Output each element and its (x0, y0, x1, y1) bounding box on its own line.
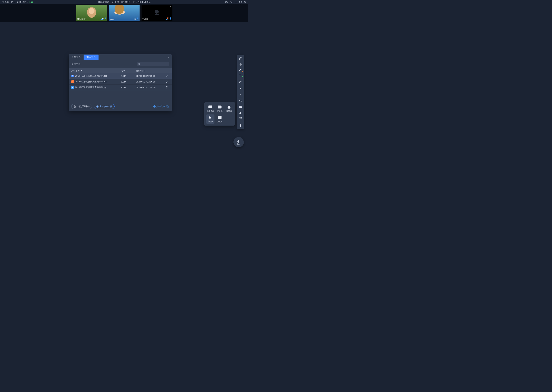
col-size[interactable]: 大小 (121, 69, 136, 72)
participant-name: Nina (110, 18, 114, 21)
svg-line-14 (140, 64, 140, 65)
record-icon[interactable] (225, 1, 228, 3)
supported-types-link[interactable]: 文件支持类型 (153, 105, 169, 108)
svg-text:T: T (239, 74, 241, 77)
file-size: 200M (121, 86, 136, 89)
svg-point-26 (240, 112, 241, 113)
chat-tool[interactable] (238, 116, 243, 121)
tab-local-files[interactable]: 本地文件 (84, 55, 99, 60)
table-row[interactable]: P2019年工作汇报情况查询等等.ppt 200M 2020/06/23 12:… (69, 79, 172, 84)
packet-loss: 丢包率：0% (2, 0, 14, 4)
text-tool[interactable]: T (238, 73, 243, 78)
svg-point-22 (239, 82, 240, 83)
person-tool[interactable] (238, 110, 243, 116)
audio-level-icon (166, 19, 168, 20)
tools-popup: 屏幕共享 AB✓ 答题器 抢答器 计时器 2+3 小黑板 (204, 102, 235, 126)
dialog-close-icon[interactable]: × (166, 56, 172, 59)
svg-point-28 (240, 118, 240, 118)
svg-rect-6 (138, 17, 138, 19)
file-mtime: 2020/06/23 12:09:09 (136, 81, 164, 83)
video-tile[interactable]: × Nina (109, 5, 140, 21)
file-dialog: 云盘文件 本地文件 × 全部文件 文件名称 大小 修改时间 W2019年工作汇报… (69, 54, 172, 111)
ppt-icon: P (71, 80, 74, 83)
tile-close-icon[interactable]: × (138, 5, 139, 8)
tab-cloud-files[interactable]: 云盘文件 (69, 55, 84, 60)
svg-text:2+3: 2+3 (218, 117, 221, 118)
fullscreen-icon[interactable] (239, 1, 242, 3)
folder-tool[interactable] (238, 98, 243, 104)
image-icon: ▲ (71, 86, 74, 89)
svg-rect-23 (239, 106, 242, 108)
table-row[interactable]: W2019年工作汇报情况查询等等.doc 200M 2020/06/23 12:… (69, 73, 172, 79)
svg-text:A: A (218, 106, 219, 107)
svg-point-13 (138, 63, 140, 65)
participant-name: 叮当老师 (77, 18, 86, 21)
file-mtime: 2020/06/23 12:09:09 (136, 86, 164, 89)
mic-icon (104, 17, 106, 21)
settings-icon[interactable] (230, 1, 233, 3)
dot-tool[interactable] (238, 91, 243, 97)
participant-name: 王小明 (142, 18, 149, 21)
bell-tool[interactable] (238, 123, 243, 128)
tool-responder[interactable]: 抢答器 (225, 104, 233, 113)
svg-rect-12 (170, 17, 171, 19)
minimize-icon[interactable] (235, 1, 237, 3)
top-status-bar: 丢包率：0% 网络状态：良好 神秘大自然 已上课：02:34:09 ID：202… (0, 0, 248, 4)
search-input[interactable] (137, 62, 169, 66)
audio-level-icon (101, 19, 103, 20)
table-row[interactable]: ▲2019年工作汇报情况查询等等.jpg 200M 2020/06/23 12:… (69, 84, 172, 90)
doc-icon: W (71, 75, 74, 77)
video-strip: 叮当老师 × Nina × 王小明 (0, 4, 248, 22)
tile-close-icon[interactable]: × (170, 5, 171, 8)
svg-rect-24 (240, 106, 241, 106)
svg-rect-0 (225, 1, 227, 3)
svg-text:✓: ✓ (220, 107, 221, 108)
move-tool[interactable] (238, 61, 243, 67)
network-status: 网络状态：良好 (17, 0, 33, 4)
col-mtime[interactable]: 修改时间 (136, 69, 164, 72)
filter-label[interactable]: 全部文件 (71, 63, 80, 66)
dialog-tabs: 云盘文件 本地文件 × (69, 54, 172, 60)
hand-count: 0/2 (237, 143, 240, 145)
file-mtime: 2020/06/23 12:09:09 (136, 75, 164, 77)
room-title: 神秘大自然 (98, 0, 109, 4)
sort-desc-icon[interactable] (80, 70, 82, 72)
table-body: W2019年工作汇报情况查询等等.doc 200M 2020/06/23 12:… (69, 73, 172, 90)
close-icon[interactable] (244, 1, 247, 3)
tool-timer[interactable]: 计时器 (206, 114, 214, 124)
svg-point-19 (241, 57, 241, 58)
delete-icon[interactable] (166, 86, 168, 89)
svg-text:B: B (220, 106, 221, 107)
tool-screen-share[interactable]: 屏幕共享 (206, 104, 214, 113)
video-tile[interactable]: 叮当老师 (76, 5, 107, 21)
eraser-tool[interactable] (238, 85, 243, 91)
rec-indicator-icon (134, 18, 136, 20)
toolbox-tool[interactable] (238, 104, 243, 110)
svg-point-30 (241, 118, 241, 118)
pen-tool[interactable] (238, 67, 243, 73)
file-name: 2019年工作汇报情况查询等等.ppt (75, 80, 107, 83)
svg-rect-5 (105, 17, 106, 19)
delete-icon[interactable] (166, 81, 168, 83)
mic-icon (169, 17, 171, 21)
col-name[interactable]: 文件名称 (71, 69, 80, 72)
table-header: 文件名称 大小 修改时间 (69, 68, 172, 73)
video-tile[interactable]: × 王小明 (141, 5, 172, 21)
laser-pointer-tool[interactable] (238, 56, 243, 61)
svg-point-21 (239, 80, 240, 81)
file-size: 200M (121, 75, 136, 77)
file-name: 2019年工作汇报情况查询等等.jpg (75, 86, 106, 89)
hand-icon (237, 139, 240, 143)
mic-icon (137, 17, 139, 21)
tool-answer[interactable]: AB✓ 答题器 (216, 104, 224, 113)
room-id: ID：2020070324 (133, 0, 151, 4)
scissors-tool[interactable] (238, 78, 243, 84)
upload-dynamic-button[interactable]: 上传动效文件 (94, 104, 115, 109)
file-size: 200M (121, 81, 136, 83)
svg-rect-9 (156, 13, 157, 15)
delete-icon[interactable] (166, 75, 168, 77)
search-icon (138, 63, 140, 65)
upload-normal-button[interactable]: 上传普通课件 (71, 104, 92, 109)
raise-hand-button[interactable]: 0/2 (233, 137, 244, 147)
tool-blackboard[interactable]: 2+3 小黑板 (216, 114, 224, 124)
